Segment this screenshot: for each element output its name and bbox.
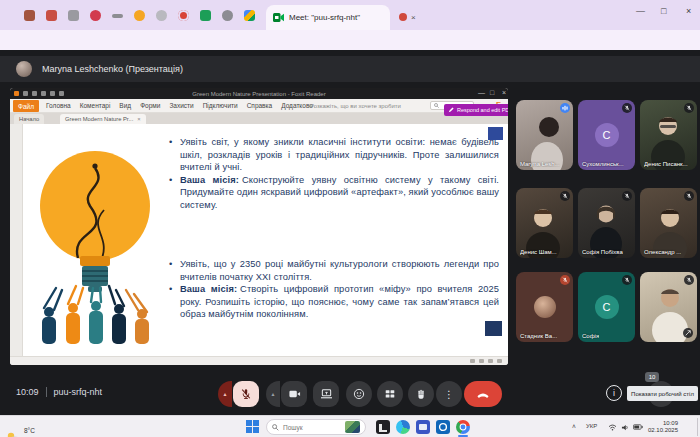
camera-toggle-button[interactable] (281, 381, 307, 407)
camera-options-caret[interactable]: ▲ (266, 381, 280, 407)
raise-hand-icon (415, 388, 427, 400)
promo-badge[interactable]: Respond and edit PDFs (444, 104, 508, 116)
app-icon-chrome-active[interactable] (456, 420, 470, 434)
mic-options-caret[interactable]: ▲ (218, 381, 232, 407)
doc-tab-start[interactable]: Начало (14, 114, 44, 124)
ribbon-tab-protect[interactable]: Захисти (169, 102, 193, 109)
taskbar-search-box[interactable]: Пошук (266, 419, 366, 435)
participant-name: Денис Шам... (520, 249, 557, 255)
participant-tile[interactable]: C Сухомлинськ... (578, 100, 635, 170)
pinned-tab-favicon[interactable] (244, 10, 255, 21)
status-fit-page-icon[interactable] (470, 359, 475, 363)
mic-muted-icon (560, 191, 570, 201)
taskbar-weather-widget[interactable]: 8°CMostly cloudy (6, 419, 60, 437)
status-zoom-slider[interactable] (488, 359, 493, 363)
bullet-marker: • (169, 283, 172, 296)
tell-me-box[interactable]: Розкажіть, що ви хочете зробити (310, 103, 401, 109)
raise-hand-button[interactable] (408, 381, 434, 407)
status-zoom-out-icon[interactable] (479, 359, 484, 363)
tray-expand-chevron[interactable]: ˄ (572, 423, 576, 430)
presenter-name: Maryna Leshchenko (Презентація) (42, 64, 183, 74)
tray-clock[interactable]: 10:0902.10.2025 (648, 420, 678, 434)
window-minimize-button[interactable]: — (636, 6, 645, 16)
tab-close-icon[interactable]: × (411, 13, 416, 22)
show-desktop-tooltip: Показати робочий стіл (627, 386, 698, 401)
pinned-tab-favicon[interactable] (24, 10, 35, 21)
ribbon-tab-connect[interactable]: Підключити (203, 102, 238, 109)
mic-toggle-button-muted[interactable] (233, 381, 259, 407)
pinned-tab-favicon[interactable] (178, 10, 189, 21)
meeting-clock: 10:09 (16, 387, 39, 397)
tab-favicon (399, 13, 407, 21)
bullet-marker: • (169, 258, 172, 271)
participant-tile[interactable]: C Софія (578, 272, 635, 342)
foxit-maximize-button[interactable]: □ (490, 89, 494, 96)
mic-muted-icon (684, 103, 694, 113)
search-highlight-image[interactable] (345, 421, 360, 433)
presenter-banner: Maryna Leshchenko (Презентація) (0, 56, 700, 82)
volume-icon[interactable] (621, 424, 629, 431)
show-desktop-strip[interactable] (697, 418, 698, 436)
pinned-tab-favicon[interactable] (156, 10, 167, 21)
participant-name: Стадник Ва... (520, 333, 557, 339)
ribbon-tab-extra[interactable]: Додатково (281, 102, 313, 109)
pinned-tab-favicon[interactable] (68, 10, 79, 21)
window-close-button[interactable]: × (686, 6, 691, 16)
kebab-icon: ⋮ (444, 389, 454, 400)
meeting-details-button[interactable]: i (606, 385, 622, 401)
participant-name: Олександр ... (644, 249, 681, 255)
participant-name: Денис Писанк... (644, 161, 688, 167)
ribbon-tab-help[interactable]: Справка (247, 102, 273, 109)
doc-tab-presentation[interactable]: Green Modern Nature Pr...× (60, 114, 146, 124)
edit-pdf-icon (448, 107, 454, 113)
battery-icon[interactable] (633, 424, 643, 430)
ribbon-tab-file[interactable]: Файл (13, 100, 39, 112)
pinned-tab-favicon[interactable] (90, 10, 101, 21)
slide-bullets-group-1: •Уявіть світ, у якому зникли класичні ін… (169, 136, 499, 212)
promo-badge-label: Respond and edit PDFs (457, 107, 508, 113)
end-call-button[interactable] (464, 381, 502, 407)
pinned-tab-favicon[interactable] (134, 10, 145, 21)
foxit-statusbar (10, 356, 508, 365)
presenter-avatar (16, 61, 32, 77)
pinned-tab-favicon[interactable] (46, 10, 57, 21)
pinned-tab-favicon[interactable] (112, 14, 123, 18)
pinned-tab-favicon[interactable] (222, 10, 233, 21)
more-options-button[interactable]: ⋮ (436, 381, 462, 407)
ribbon-tab-forms[interactable]: Форми (140, 102, 160, 109)
wifi-icon[interactable] (608, 424, 617, 431)
active-tab-meet[interactable]: Meet: "puu-srfq-nht" (266, 5, 390, 30)
ribbon-tab-home[interactable]: Головна (46, 102, 71, 109)
app-icon-teams[interactable] (416, 420, 430, 434)
participant-tile[interactable]: Стадник Ва... (516, 272, 573, 342)
language-indicator[interactable]: УКР (586, 423, 597, 429)
app-icon-edge[interactable] (396, 420, 410, 434)
ribbon-tab-comment[interactable]: Коментарі (80, 102, 111, 109)
participant-tile[interactable]: Софія Побіхва (578, 188, 635, 258)
reactions-button[interactable] (346, 381, 372, 407)
tile-popout-icon[interactable] (683, 328, 693, 338)
info-divider (46, 387, 47, 397)
participant-tile[interactable]: Олександр ... (640, 188, 697, 258)
participant-tile[interactable]: Денис Писанк... (640, 100, 697, 170)
status-zoom-in-icon[interactable] (497, 359, 502, 363)
change-layout-button[interactable] (377, 381, 403, 407)
participant-name: Софія (582, 333, 599, 339)
doc-tab-close-icon[interactable]: × (137, 116, 140, 122)
foxit-minimize-button[interactable]: — (478, 89, 485, 96)
participant-tile[interactable] (640, 272, 697, 342)
participant-tile[interactable]: Maryna Lesh... (516, 100, 573, 170)
window-maximize-button[interactable]: □ (661, 6, 666, 16)
videocam-icon (288, 388, 301, 400)
meeting-code: puu-srfq-nht (54, 387, 103, 397)
app-icon-files[interactable] (376, 420, 390, 434)
foxit-close-button[interactable]: × (502, 89, 506, 96)
pinned-tab-favicon[interactable] (200, 10, 211, 21)
background-tab[interactable]: × (394, 8, 430, 26)
start-button[interactable] (246, 420, 259, 433)
app-icon-mail[interactable] (436, 420, 450, 434)
participant-avatar: C (595, 295, 619, 319)
present-screen-button[interactable] (313, 381, 339, 407)
ribbon-tab-view[interactable]: Вид (119, 102, 131, 109)
participant-tile[interactable]: Денис Шам... (516, 188, 573, 258)
